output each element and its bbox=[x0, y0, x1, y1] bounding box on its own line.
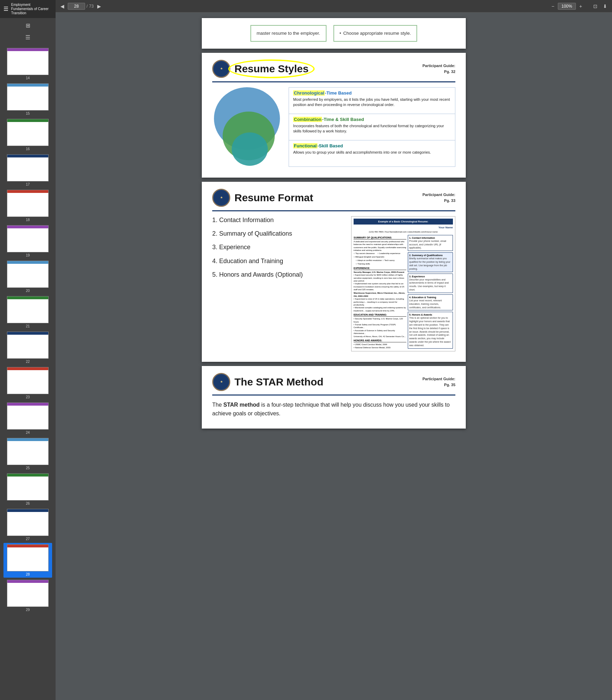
venn-chronological: Chronological-Time Based Most preferred … bbox=[289, 87, 455, 114]
thumbnail-list: 14151617181920212223242526272829 bbox=[0, 44, 56, 615]
dept-logo-3: ★ bbox=[212, 373, 230, 391]
thumbnail-20[interactable]: 20 bbox=[3, 259, 52, 294]
resume-skills-list: ○ Top secret clearance○ Leadership exper… bbox=[354, 252, 406, 265]
thumbnail-num-17: 17 bbox=[26, 182, 30, 186]
thumbnail-img-29 bbox=[7, 580, 49, 607]
thumbnail-23[interactable]: 23 bbox=[3, 366, 52, 400]
sidebar-title: Employment Fundamentals of Career Transi… bbox=[11, 3, 52, 15]
thumbnail-num-29: 29 bbox=[26, 608, 30, 612]
zoom-in-button[interactable]: + bbox=[577, 2, 584, 10]
thumbnail-img-24 bbox=[7, 402, 49, 430]
resume-exp-job2: Warehouse Supervisor, Micro Chemical, In… bbox=[354, 292, 406, 298]
functional-text: Allows you to group your skills and acco… bbox=[293, 150, 451, 155]
thumbnail-num-16: 16 bbox=[26, 147, 30, 151]
hamburger-icon[interactable]: ☰ bbox=[3, 6, 8, 12]
format-item-3: 3. Experience bbox=[212, 243, 346, 251]
resume-example-header: Example of a Basic Chronological Resume: bbox=[354, 219, 453, 225]
dept-logo-inner-2: ★ bbox=[220, 196, 223, 199]
thumbnail-15[interactable]: 15 bbox=[3, 82, 52, 117]
venn-area: Chronological-Time Based Most preferred … bbox=[212, 87, 455, 167]
page-input[interactable] bbox=[68, 3, 85, 10]
thumbnail-img-15 bbox=[7, 83, 49, 111]
thumbnail-img-26 bbox=[7, 473, 49, 500]
venn-combination: Combination-Time & Skill Based Incorpora… bbox=[289, 114, 455, 140]
slide-divider bbox=[212, 81, 455, 82]
thumbnail-num-15: 15 bbox=[26, 112, 30, 115]
main-area: ◀ / 73 ▶ − 100% + ⊡ ⬇ master resume to t… bbox=[56, 0, 612, 700]
thumbnail-28[interactable]: 28 bbox=[3, 543, 52, 578]
zoom-out-button[interactable]: − bbox=[549, 2, 556, 10]
functional-title: Functional-Skill Based bbox=[293, 143, 451, 148]
thumbnail-img-14 bbox=[7, 48, 49, 75]
thumbnail-19[interactable]: 19 bbox=[3, 224, 52, 259]
next-page-button[interactable]: ▶ bbox=[95, 2, 103, 10]
resume-left-col: Summary of Qualifications: A dedicated a… bbox=[354, 235, 406, 349]
resume-format-title: Resume Format bbox=[234, 192, 313, 204]
thumbnail-num-28: 28 bbox=[26, 572, 30, 576]
thumbnail-img-28 bbox=[7, 544, 49, 571]
dept-logo-2: ★ bbox=[212, 189, 230, 207]
download-button[interactable]: ⬇ bbox=[601, 2, 609, 10]
thumbnail-img-25 bbox=[7, 438, 49, 465]
annotation-5: 5. Honors & Awards This is an optional s… bbox=[408, 312, 453, 348]
resume-exp-job1: Security Manager, U.S. Marine Corps, 200… bbox=[354, 271, 406, 274]
content-area: master resume to the employer. • Choose … bbox=[56, 13, 612, 700]
resume-styles-header: ★ Resume Styles Participant Guide: Pg. 3… bbox=[212, 60, 455, 78]
thumbnail-num-19: 19 bbox=[26, 253, 30, 257]
thumbnail-num-22: 22 bbox=[26, 360, 30, 364]
thumbnail-num-27: 27 bbox=[26, 537, 30, 541]
resume-example-contact: (123) 456-7890 | Your.Name@email.com | w… bbox=[354, 231, 453, 234]
thumbnail-num-23: 23 bbox=[26, 395, 30, 399]
thumbnail-num-26: 26 bbox=[26, 502, 30, 505]
sidebar: ☰ Employment Fundamentals of Career Tran… bbox=[0, 0, 56, 700]
resume-summary-hdr: Summary of Qualifications: bbox=[354, 236, 406, 239]
zoom-display: 100% bbox=[558, 3, 576, 10]
bullet-icon: • bbox=[340, 30, 341, 37]
thumbnail-22[interactable]: 22 bbox=[3, 330, 52, 365]
thumbnail-25[interactable]: 25 bbox=[3, 437, 52, 471]
title-oval-wrapper: Resume Styles bbox=[234, 63, 308, 75]
thumbnail-17[interactable]: 17 bbox=[3, 153, 52, 188]
participant-guide-page-3: Pg. 35 bbox=[422, 382, 455, 388]
thumbnail-14[interactable]: 14 bbox=[3, 47, 52, 81]
thumbnail-26[interactable]: 26 bbox=[3, 472, 52, 507]
thumbnail-16[interactable]: 16 bbox=[3, 117, 52, 152]
svg-point-2 bbox=[232, 132, 268, 166]
venn-labels: Chronological-Time Based Most preferred … bbox=[289, 87, 455, 167]
thumbnail-29[interactable]: 29 bbox=[3, 578, 52, 613]
outline-view-button[interactable]: ☰ bbox=[22, 32, 34, 42]
slide-resume-styles: ★ Resume Styles Participant Guide: Pg. 3… bbox=[202, 53, 466, 178]
thumbnail-img-22 bbox=[7, 332, 49, 359]
participant-guide-page-2: Pg. 33 bbox=[422, 198, 455, 204]
star-body: The STAR method is a four-step technique… bbox=[212, 400, 455, 418]
thumbnail-img-18 bbox=[7, 190, 49, 217]
participant-guide-label: Participant Guide: bbox=[422, 63, 455, 69]
combination-text: Incorporates features of both the chrono… bbox=[293, 123, 451, 134]
star-text-part1: The bbox=[212, 402, 223, 408]
participant-guide-2: Participant Guide: Pg. 33 bbox=[422, 192, 455, 203]
thumbnail-num-18: 18 bbox=[26, 218, 30, 222]
resume-edu-text: • Security Specialist Training, U.S. Mar… bbox=[354, 317, 406, 338]
participant-guide-page: Pg. 32 bbox=[422, 69, 455, 75]
thumbnail-18[interactable]: 18 bbox=[3, 188, 52, 223]
thumbnail-21[interactable]: 21 bbox=[3, 295, 52, 329]
thumbnail-img-21 bbox=[7, 296, 49, 323]
thumbnail-view-button[interactable]: ⊞ bbox=[22, 20, 34, 31]
thumbnail-img-23 bbox=[7, 367, 49, 394]
thumbnail-num-21: 21 bbox=[26, 324, 30, 328]
thumbnail-img-16 bbox=[7, 119, 49, 146]
thumbnail-27[interactable]: 27 bbox=[3, 507, 52, 542]
resume-two-col: Summary of Qualifications: A dedicated a… bbox=[354, 235, 453, 349]
thumbnail-24[interactable]: 24 bbox=[3, 401, 52, 436]
resume-summary-text: A dedicated and experienced security pro… bbox=[354, 240, 406, 252]
thumbnail-img-17 bbox=[7, 154, 49, 181]
format-title-group: ★ Resume Format bbox=[212, 189, 313, 207]
chronological-title: Chronological-Time Based bbox=[293, 90, 451, 96]
dept-logo: ★ bbox=[212, 60, 230, 78]
fit-page-button[interactable]: ⊡ bbox=[591, 2, 599, 10]
resume-example-name: Your Name bbox=[354, 226, 453, 229]
prev-page-button[interactable]: ◀ bbox=[58, 2, 66, 10]
chronological-text: Most preferred by employers, as it lists… bbox=[293, 97, 451, 108]
dept-logo-inner-3: ★ bbox=[220, 380, 223, 383]
format-item-5: 5. Honors and Awards (Optional) bbox=[212, 271, 346, 279]
